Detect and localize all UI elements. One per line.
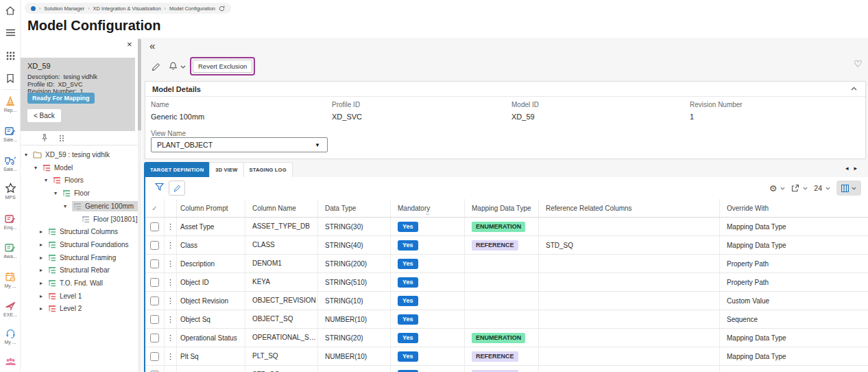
tree-expand-open-icon[interactable]: ▾ xyxy=(34,165,43,171)
rail-item-plane[interactable]: EXE... xyxy=(0,301,21,317)
edit-table-button[interactable] xyxy=(169,181,185,196)
tree-expand-closed-icon[interactable]: ▸ xyxy=(40,255,48,261)
row-menu-kebab-icon[interactable]: ⋮ xyxy=(165,347,177,365)
expand-all-icon[interactable] xyxy=(59,135,66,141)
sidebar-scrollbar-thumb[interactable] xyxy=(138,39,141,130)
breadcrumb-item[interactable]: Solution Manager xyxy=(44,5,84,12)
row-checkbox[interactable] xyxy=(150,352,159,361)
tree-expand-closed-icon[interactable]: ▸ xyxy=(40,305,48,312)
column-header[interactable]: Mapping Data Type xyxy=(465,199,539,217)
collapse-panel-icon[interactable]: « xyxy=(149,40,155,51)
row-menu-kebab-icon[interactable]: ⋮ xyxy=(165,292,177,310)
tree-expand-closed-icon[interactable]: ▸ xyxy=(40,293,48,299)
tree-expand-open-icon[interactable]: ▾ xyxy=(64,203,72,209)
row-menu-kebab-icon[interactable]: ⋮ xyxy=(165,273,177,291)
tree-expand-closed-icon[interactable]: ▸ xyxy=(40,280,48,286)
tree-expand-open-icon[interactable]: ▾ xyxy=(54,190,62,196)
rail-item-headset[interactable]: My ... xyxy=(0,328,21,345)
tree-item[interactable]: ▸Structural Framing xyxy=(40,251,116,264)
view-name-select[interactable]: PLANT_OBJECT ▼ xyxy=(151,137,328,152)
tab-target-definition[interactable]: TARGET DEFINITION xyxy=(144,162,210,177)
favorite-heart-icon[interactable]: ♡ xyxy=(854,58,863,69)
tab-3d-view[interactable]: 3D VIEW xyxy=(209,162,243,177)
page-size-value[interactable]: 24 xyxy=(814,184,822,192)
tree-item[interactable]: ▾Floor xyxy=(54,187,90,200)
rail-item-bookmark[interactable] xyxy=(0,73,21,84)
tree-expand-open-icon[interactable]: ▾ xyxy=(45,177,53,183)
pin-icon[interactable] xyxy=(41,134,48,142)
rail-item-cone[interactable]: Rep... xyxy=(0,96,21,113)
sort-chevron-icon[interactable] xyxy=(425,213,464,216)
rail-item-star[interactable]: MPS xyxy=(0,183,21,200)
rail-item-form-red[interactable]: Enq... xyxy=(0,214,21,230)
row-checkbox[interactable] xyxy=(150,241,159,250)
rail-item-form-green[interactable]: Awa... xyxy=(0,243,21,259)
revert-exclusion-button[interactable]: Revert Exclusion xyxy=(193,60,252,73)
export-icon[interactable] xyxy=(791,184,799,192)
rail-item-truck[interactable]: Sale... xyxy=(0,156,21,172)
breadcrumb-item[interactable]: XD Integration & Visualization xyxy=(93,5,160,12)
row-checkbox[interactable] xyxy=(150,334,159,342)
row-checkbox[interactable] xyxy=(150,297,159,305)
filter-icon[interactable] xyxy=(155,183,164,191)
tree-item[interactable]: ▸Structural Rebar xyxy=(40,264,110,277)
row-checkbox[interactable] xyxy=(150,315,159,324)
tree-item[interactable]: Floor [301801] xyxy=(73,213,138,226)
tree-item[interactable]: ▸Level 1 xyxy=(40,290,82,303)
tree-expand-closed-icon[interactable]: ▸ xyxy=(40,229,48,235)
column-header[interactable]: Override With xyxy=(720,199,868,217)
tree-expand-closed-icon[interactable]: ▸ xyxy=(40,267,48,273)
row-menu-kebab-icon[interactable]: ⋮ xyxy=(165,236,177,254)
column-header[interactable]: Column Prompt xyxy=(177,199,245,217)
row-menu-kebab-icon[interactable]: ⋮ xyxy=(165,218,177,235)
row-menu-kebab-icon[interactable]: ⋮ xyxy=(165,329,177,347)
settings-gear-icon[interactable]: ⚙ xyxy=(769,184,777,193)
tab-scroll-arrows[interactable]: ◂▸ xyxy=(845,165,863,172)
tree-item[interactable]: ▸Level 2 xyxy=(40,302,82,315)
column-header[interactable]: Data Type xyxy=(318,199,391,217)
notifications-bell-icon[interactable] xyxy=(169,62,178,71)
tab-staging-log[interactable]: STAGING LOG xyxy=(243,162,293,177)
rail-item-form-blue[interactable]: Sale... xyxy=(0,126,21,142)
settings-chevron-icon[interactable] xyxy=(780,187,785,190)
page-size-chevron-icon[interactable] xyxy=(825,187,830,190)
rail-item-menu[interactable] xyxy=(0,29,21,36)
row-menu-kebab-icon[interactable]: ⋮ xyxy=(165,255,177,272)
mandatory-badge: Yes xyxy=(398,333,418,343)
rail-item-group[interactable] xyxy=(0,358,21,367)
row-checkbox[interactable] xyxy=(150,259,159,268)
row-checkbox[interactable] xyxy=(150,222,159,231)
column-header[interactable]: Column Name xyxy=(245,199,318,217)
close-icon[interactable]: × xyxy=(127,40,132,49)
tab-bar: TARGET DEFINITION3D VIEWSTAGING LOG xyxy=(144,162,292,177)
tree-item[interactable]: ▸Structural Foundations xyxy=(40,238,129,251)
tree-item[interactable]: ▾XD_59 : tesing vidhlk xyxy=(25,148,110,161)
edit-icon[interactable] xyxy=(152,62,160,71)
mandatory-badge: Yes xyxy=(398,259,418,269)
bell-dropdown-chevron-icon[interactable] xyxy=(180,65,186,69)
breadcrumb-home-dot[interactable] xyxy=(31,6,36,11)
tree-item[interactable]: ▾Generic 100mm xyxy=(64,200,139,213)
row-checkbox[interactable] xyxy=(150,278,159,287)
column-header[interactable]: Reference Related Columns xyxy=(539,199,720,217)
collapse-section-chevron-icon[interactable] xyxy=(851,86,857,91)
tree-expand-closed-icon[interactable]: ▸ xyxy=(40,242,48,248)
select-all-checkmark-icon[interactable]: ✓ xyxy=(152,205,157,212)
column-settings-button[interactable] xyxy=(836,181,861,196)
tree-expand-open-icon[interactable]: ▾ xyxy=(25,152,33,158)
rail-item-grid[interactable] xyxy=(0,51,21,60)
column-header[interactable]: Mandatory xyxy=(391,199,465,217)
refresh-icon[interactable] xyxy=(219,5,225,12)
tree-item[interactable]: ▾Model xyxy=(34,161,73,174)
row-menu-kebab-icon[interactable]: ⋮ xyxy=(165,310,177,328)
back-button[interactable]: < Back xyxy=(27,109,61,122)
tree-item[interactable]: ▾Floors xyxy=(45,174,84,187)
rail-item-calendar[interactable]: My ... xyxy=(0,272,21,288)
tree-item[interactable]: ▸T.O. Fnd. Wall xyxy=(40,277,103,290)
row-menu-kebab-icon[interactable]: ⋮ xyxy=(165,366,177,372)
breadcrumb-item[interactable]: Model Configuration xyxy=(169,5,215,12)
rail-item-home[interactable] xyxy=(0,5,21,16)
tree-item[interactable]: ▸Structural Columns xyxy=(40,225,118,238)
export-chevron-icon[interactable] xyxy=(803,187,808,190)
rail-item-label: Rep... xyxy=(0,108,21,113)
